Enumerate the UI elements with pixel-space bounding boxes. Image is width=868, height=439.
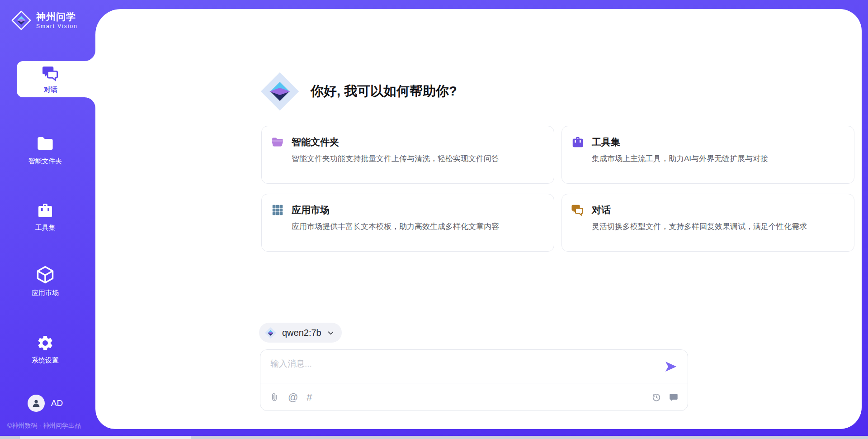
chevron-down-icon (327, 329, 335, 337)
brand-subtitle: Smart Vision (36, 23, 78, 29)
brand-logo-diamond-icon (11, 10, 32, 31)
brand: 神州问学 Smart Vision (11, 10, 78, 31)
card-title: 应用市场 (292, 204, 330, 216)
main-content-panel: 你好, 我可以如何帮助你? 智能文件夹 智能文件夹功能支持批量文件上传与清洗，轻… (95, 9, 862, 429)
card-chat[interactable]: 对话 灵活切换多模型文件，支持多样回复效果调试，满足个性化需求 (561, 194, 854, 252)
card-smart-folder[interactable]: 智能文件夹 智能文件夹功能支持批量文件上传与清洗，轻松实现文件问答 (261, 126, 554, 184)
copyright-text: ©神州数码 · 神州问学出品 (7, 422, 81, 430)
send-button[interactable] (664, 360, 678, 373)
user-profile[interactable]: AD (0, 395, 90, 412)
sidebar-item-label: 工具集 (35, 224, 56, 232)
chat-icon (42, 64, 60, 82)
model-name: qwen2:7b (282, 328, 321, 338)
card-title: 智能文件夹 (292, 136, 339, 148)
card-title: 对话 (592, 204, 611, 216)
folder-open-icon (271, 135, 284, 149)
card-description: 应用市场提供丰富长文本模板，助力高效生成多样化文章内容 (292, 221, 543, 233)
history-icon[interactable] (651, 392, 661, 402)
folder-icon (36, 134, 55, 153)
app-grid-icon (271, 203, 284, 217)
gear-icon (36, 334, 54, 352)
attach-file-icon[interactable] (269, 392, 279, 402)
brand-name: 神州问学 (36, 11, 78, 22)
mention-icon[interactable]: @ (288, 392, 298, 402)
chat-bubbles-icon (571, 203, 585, 217)
quick-chat-icon[interactable] (669, 392, 679, 402)
avatar (28, 395, 45, 412)
model-selector[interactable]: qwen2:7b (259, 323, 342, 343)
sidebar-item-label: 智能文件夹 (28, 157, 62, 166)
message-composer: @ # (260, 349, 688, 411)
briefcase-icon (571, 135, 585, 149)
card-title: 工具集 (592, 136, 620, 148)
card-description: 智能文件夹功能支持批量文件上传与清洗，轻松实现文件问答 (292, 153, 543, 165)
card-app-market[interactable]: 应用市场 应用市场提供丰富长文本模板，助力高效生成多样化文章内容 (261, 194, 554, 252)
card-description: 集成市场上主流工具，助力AI与外界无缝扩展与对接 (592, 153, 843, 165)
topic-hash-icon[interactable]: # (307, 392, 312, 402)
greeting-block: 你好, 我可以如何帮助你? (259, 71, 457, 112)
composer-toolbar: @ # (269, 383, 679, 411)
model-logo-diamond-icon (264, 327, 277, 339)
feature-cards: 智能文件夹 智能文件夹功能支持批量文件上传与清洗，轻松实现文件问答 工具集 集成… (261, 126, 854, 252)
sidebar-item-label: 应用市场 (32, 289, 59, 297)
card-toolset[interactable]: 工具集 集成市场上主流工具，助力AI与外界无缝扩展与对接 (561, 126, 854, 184)
sidebar-item-label: 对话 (44, 86, 57, 94)
user-name: AD (51, 398, 63, 408)
sidebar-item-toolset[interactable]: 工具集 (0, 201, 90, 232)
sidebar-item-app-market[interactable]: 应用市场 (0, 265, 90, 297)
greeting-title: 你好, 我可以如何帮助你? (311, 82, 457, 100)
app-logo-diamond-icon (259, 71, 301, 112)
horizontal-scrollbar-thumb[interactable] (20, 436, 191, 439)
sidebar-item-label: 系统设置 (32, 356, 59, 365)
card-description: 灵活切换多模型文件，支持多样回复效果调试，满足个性化需求 (592, 221, 843, 233)
cube-icon (35, 265, 55, 285)
sidebar-item-settings[interactable]: 系统设置 (0, 334, 90, 365)
briefcase-icon (36, 201, 54, 220)
message-input[interactable] (269, 357, 651, 381)
sidebar-item-chat[interactable]: 对话 (17, 61, 85, 97)
sidebar-item-smart-folder[interactable]: 智能文件夹 (0, 134, 90, 166)
send-icon (664, 360, 678, 373)
